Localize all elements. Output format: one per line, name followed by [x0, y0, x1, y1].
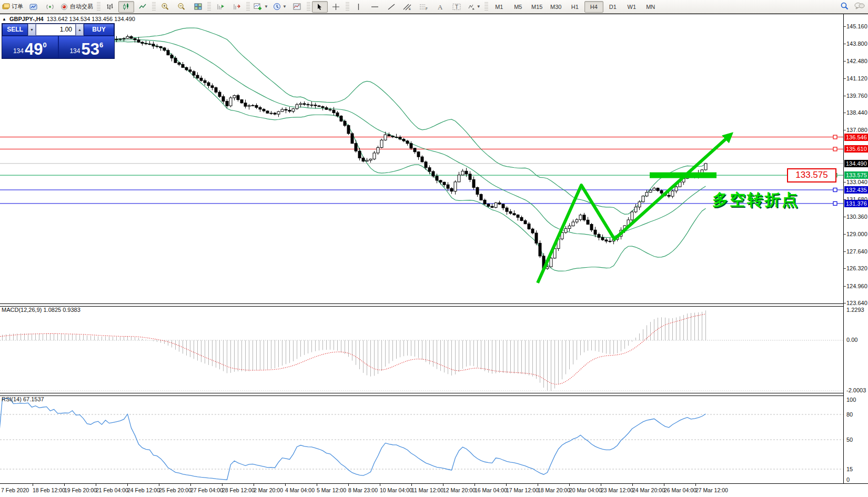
- market-watch-button[interactable]: [26, 1, 42, 13]
- candle-body: [336, 113, 339, 116]
- level-handle[interactable]: [833, 135, 837, 139]
- axis-tick: [844, 303, 846, 303]
- templates-button[interactable]: [289, 1, 305, 13]
- candle-body: [156, 46, 158, 47]
- time-axis-label: 17 Mar 12:00: [506, 487, 539, 493]
- time-axis-tick: [569, 484, 570, 486]
- turning-point-note[interactable]: 多空转折点: [712, 189, 799, 211]
- candle-body: [115, 39, 118, 39]
- autotrading-label: 自动交易: [70, 3, 93, 11]
- tile-windows-button[interactable]: [190, 1, 206, 13]
- pane-splitter[interactable]: [0, 303, 868, 307]
- add-indicator-button[interactable]: ▼: [251, 1, 270, 13]
- price-axis-tag[interactable]: 135.610: [844, 145, 868, 153]
- text-tool-button[interactable]: A: [432, 1, 448, 13]
- channel-tool-button[interactable]: E: [400, 1, 416, 13]
- tab-timeframe-h1[interactable]: H1: [566, 1, 584, 13]
- volume-input[interactable]: 1.00: [36, 24, 76, 36]
- price-axis-tag[interactable]: 131.376: [844, 200, 868, 207]
- axis-tick: [844, 113, 846, 113]
- candlestick-chart-button[interactable]: [118, 1, 134, 13]
- candle-body: [428, 168, 431, 171]
- level-handle[interactable]: [833, 147, 837, 151]
- cursor-tool-button[interactable]: [312, 1, 328, 13]
- time-axis-tick: [190, 484, 191, 486]
- candle-body: [358, 151, 361, 158]
- price-axis-label: 123.640: [846, 300, 867, 306]
- price-axis-tag[interactable]: 136.546: [844, 134, 868, 141]
- bid-price-button[interactable]: 134 49 0: [2, 36, 58, 58]
- tab-timeframe-mn[interactable]: MN: [641, 1, 660, 13]
- price-axis-tag[interactable]: 132.435: [844, 186, 868, 194]
- candle-body: [332, 110, 335, 113]
- arrows-tool-button[interactable]: ▼: [465, 1, 483, 13]
- buy-button[interactable]: BUY: [84, 24, 114, 36]
- chart-shift-button[interactable]: [229, 1, 245, 13]
- candle-body: [421, 157, 423, 162]
- time-axis-tick: [317, 484, 317, 486]
- candle-body: [362, 158, 365, 161]
- signal-icon[interactable]: [42, 1, 58, 13]
- auto-scroll-button[interactable]: [213, 1, 228, 13]
- autotrading-button[interactable]: 自动交易: [58, 1, 95, 13]
- price-axis-label: 139.760: [846, 93, 867, 99]
- time-axis-label: 7 Feb 2020: [1, 487, 29, 493]
- candle-body: [222, 97, 225, 102]
- level-handle[interactable]: [833, 188, 837, 192]
- rsi-pane[interactable]: [0, 395, 843, 483]
- level-handle[interactable]: [833, 201, 837, 205]
- candle-body: [657, 188, 659, 191]
- price-callout-box[interactable]: 133.575: [787, 168, 836, 182]
- toolbar-grip: [97, 2, 100, 12]
- zoom-in-button[interactable]: [157, 1, 173, 13]
- svg-text:A: A: [438, 3, 443, 11]
- volume-down-button[interactable]: ▼: [28, 24, 36, 36]
- periods-button[interactable]: ▼: [271, 1, 289, 13]
- tab-timeframe-w1[interactable]: W1: [622, 1, 641, 13]
- candle-body: [439, 180, 442, 182]
- toolbar-grip: [485, 2, 488, 12]
- tab-timeframe-m30[interactable]: M30: [547, 1, 566, 13]
- crosshair-tool-button[interactable]: [328, 1, 344, 13]
- price-axis-label: 127.640: [846, 248, 867, 255]
- candle-body: [303, 104, 306, 105]
- time-axis-label: 12 Mar 20:00: [443, 487, 476, 493]
- tab-timeframe-h4[interactable]: H4: [584, 1, 603, 13]
- vertical-line-tool-button[interactable]: [351, 1, 367, 13]
- candle-body: [255, 105, 258, 107]
- text-label-tool-button[interactable]: T: [449, 1, 465, 13]
- new-order-button[interactable]: 订单: [0, 1, 25, 13]
- chat-icon[interactable]: [854, 2, 865, 11]
- horizontal-line-tool-button[interactable]: [367, 1, 383, 13]
- bollinger-middle-band: [21, 39, 706, 237]
- time-axis[interactable]: 7 Feb 202018 Feb 12:0019 Feb 20:0021 Feb…: [0, 483, 868, 497]
- macd-pane[interactable]: [0, 306, 843, 393]
- tab-timeframe-m15[interactable]: M15: [528, 1, 547, 13]
- pane-splitter[interactable]: [0, 393, 868, 396]
- trend-zigzag-arrow[interactable]: [538, 135, 730, 283]
- time-axis-label: 19 Feb 20:00: [64, 487, 97, 493]
- bid-sup: 0: [43, 36, 46, 54]
- search-icon[interactable]: [840, 2, 849, 12]
- time-axis-label: 27 Mar 12:00: [695, 487, 728, 493]
- price-axis-tag[interactable]: 134.490: [844, 160, 868, 167]
- price-chart-pane[interactable]: [0, 14, 843, 304]
- candle-body: [163, 48, 166, 50]
- price-axis[interactable]: 145.160143.800142.480141.120139.760138.4…: [843, 14, 868, 483]
- tab-timeframe-m1[interactable]: M1: [490, 1, 509, 13]
- candle-body: [281, 109, 284, 111]
- zoom-out-button[interactable]: [174, 1, 189, 13]
- fibonacci-tool-button[interactable]: F: [416, 1, 432, 13]
- tab-timeframe-d1[interactable]: D1: [603, 1, 622, 13]
- volume-up-button[interactable]: ▲: [76, 24, 84, 36]
- ask-price-button[interactable]: 134 53 6: [59, 36, 115, 58]
- line-chart-button[interactable]: [135, 1, 150, 13]
- trendline-tool-button[interactable]: [383, 1, 399, 13]
- bar-chart-button[interactable]: [102, 1, 118, 13]
- toolbar-right: [840, 0, 865, 13]
- candle-body: [520, 217, 523, 220]
- candle-body: [285, 109, 287, 110]
- price-axis-tag[interactable]: 133.575: [844, 171, 868, 179]
- tab-timeframe-m5[interactable]: M5: [509, 1, 528, 13]
- sell-button[interactable]: SELL: [2, 24, 28, 36]
